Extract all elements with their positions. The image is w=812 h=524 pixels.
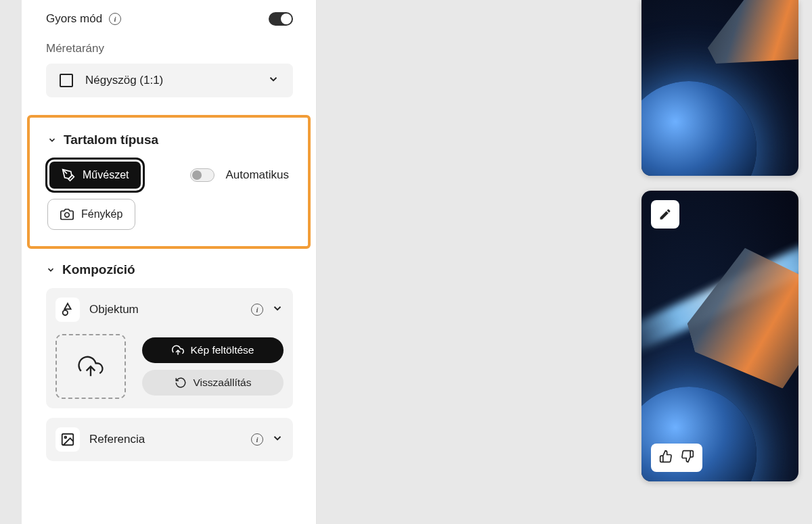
cloud-upload-icon [172,344,184,356]
svg-point-0 [65,213,70,218]
content-type-highlight: Tartalom típusa Művészet Automatikus Fén… [27,115,311,249]
square-icon [60,74,73,87]
svg-point-3 [64,436,66,438]
composition-header[interactable]: Kompozíció [46,262,293,277]
quick-mode-row: Gyors mód i [22,12,316,26]
generated-image-1[interactable] [641,0,798,176]
reference-title: Referencia [89,433,145,446]
chevron-down-icon [47,135,57,145]
quick-mode-label-group: Gyors mód i [46,12,121,26]
thumbs-down-icon [681,450,694,463]
space-image-placeholder [641,0,798,176]
quick-mode-label: Gyors mód [46,12,102,26]
pencil-icon [658,208,672,221]
reset-icon [175,377,187,389]
auto-toggle[interactable] [190,168,215,182]
thumbs-up-button[interactable] [659,450,673,466]
reference-head-right: i [251,432,284,447]
quick-mode-toggle[interactable] [269,12,293,26]
photo-label: Fénykép [81,208,122,220]
reset-button[interactable]: Visszaállítás [142,370,284,396]
image-icon [55,427,80,452]
brush-icon [62,168,75,182]
aspect-left: Négyszög (1:1) [60,74,163,87]
content-type-header[interactable]: Tartalom típusa [47,133,290,147]
art-type-button[interactable]: Művészet [47,160,143,191]
chevron-down-icon[interactable] [271,302,284,317]
auto-toggle-group: Automatikus [190,168,289,182]
upload-button[interactable]: Kép feltöltése [142,337,284,363]
reference-panel-head: Referencia i [55,427,284,452]
object-panel-body: Kép feltöltése Visszaállítás [55,334,284,399]
art-label: Művészet [83,169,129,181]
info-icon[interactable]: i [251,304,263,316]
auto-label: Automatikus [225,168,289,182]
object-panel: Objektum i Kép feltöltése [46,288,293,408]
content-type-title: Tartalom típusa [64,133,158,147]
settings-sidebar: Gyors mód i Méretarány Négyszög (1:1) Ta… [22,0,317,524]
cloud-upload-icon [78,354,104,379]
toggle-knob [281,14,292,24]
aspect-section-label: Méretarány [22,42,316,64]
object-title: Objektum [89,303,139,316]
info-icon[interactable]: i [251,433,263,446]
camera-icon [60,208,74,221]
toggle-knob [192,170,202,180]
upload-dropzone[interactable] [55,334,126,399]
reference-panel: Referencia i [46,418,293,461]
object-head-right: i [251,302,284,317]
svg-point-1 [63,310,68,315]
rating-buttons [651,444,702,472]
object-panel-head: Objektum i [55,297,284,322]
content-type-row: Művészet Automatikus [47,160,290,191]
generated-images-column [641,0,798,496]
composition-title: Kompozíció [62,262,135,277]
reference-head-left: Referencia [55,427,145,452]
aspect-value: Négyszög (1:1) [85,74,163,87]
thumbs-up-icon [659,450,673,463]
info-icon[interactable]: i [109,13,121,25]
thumbs-down-button[interactable] [681,450,694,466]
object-head-left: Objektum [55,297,139,322]
object-buttons: Kép feltöltése Visszaállítás [142,337,284,396]
chevron-down-icon[interactable] [271,432,284,447]
shapes-icon [55,297,80,322]
edit-button[interactable] [651,200,679,229]
space-image-placeholder [641,191,798,481]
photo-type-button[interactable]: Fénykép [47,199,135,230]
composition-section: Kompozíció Objektum i [22,262,316,461]
chevron-down-icon [267,73,279,88]
reset-label: Visszaállítás [194,377,252,389]
upload-label: Kép feltöltése [191,344,254,356]
chevron-down-icon [46,265,55,275]
aspect-ratio-select[interactable]: Négyszög (1:1) [46,64,293,97]
generated-image-2[interactable] [641,191,798,481]
